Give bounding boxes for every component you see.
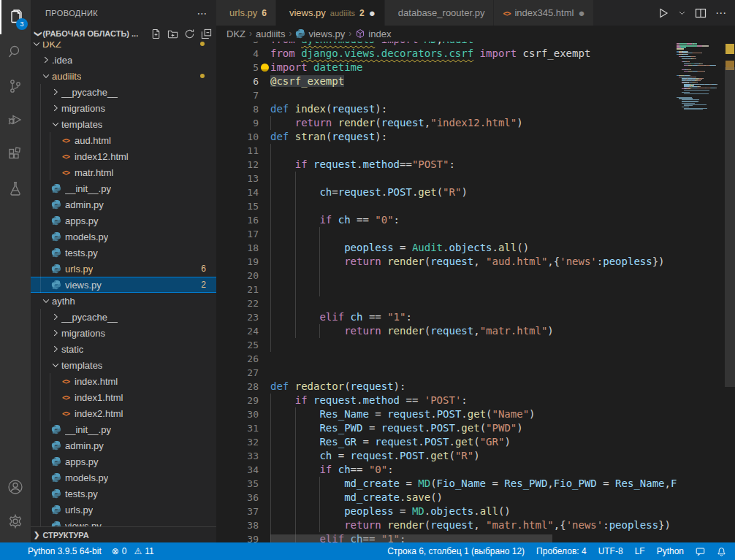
tree-file--init-py[interactable]: __init__.py xyxy=(31,421,216,437)
tree-file-index1-html[interactable]: <>index1.html xyxy=(31,389,216,405)
tree-file-urls-py[interactable]: urls.py6 xyxy=(31,261,216,277)
run-python-file-icon[interactable] xyxy=(658,7,669,19)
new-file-icon[interactable] xyxy=(151,28,161,39)
breadcrumb-item-audiiits[interactable]: audiiits xyxy=(256,28,285,39)
code-line[interactable]: 32 Res_GR = request.POST.get("GR") xyxy=(216,435,677,449)
problems-status[interactable]: ⊗ 0 ⚠ 11 xyxy=(112,546,154,556)
breadcrumb-item-DKZ[interactable]: DKZ xyxy=(226,28,245,39)
code-line[interactable]: 37 peopless = MD.objects.all() xyxy=(216,505,677,518)
code-line[interactable]: 35 md_create = MD(Fio_Name = Res_PWD,Fio… xyxy=(216,477,677,491)
code-line[interactable]: 3from aythh.models import MD,Audit xyxy=(216,42,677,47)
encoding-status[interactable]: UTF-8 xyxy=(598,546,623,556)
tree-folder-audiiits[interactable]: audiiits xyxy=(31,68,216,84)
code-line[interactable]: 21 xyxy=(216,283,677,296)
code-line[interactable]: 4from django.views.decorators.csrf impor… xyxy=(216,47,677,61)
split-editor-icon[interactable] xyxy=(695,7,707,19)
code-line[interactable]: 28def redactor(request): xyxy=(216,380,677,394)
breadcrumb-item-index[interactable]: index xyxy=(355,28,391,39)
vertical-scrollbar-slider[interactable] xyxy=(725,67,735,387)
language-mode-status[interactable]: Python xyxy=(657,546,684,556)
code-line[interactable]: 36 md_create.save() xyxy=(216,491,677,505)
code-line[interactable]: 29 if request.method == 'POST': xyxy=(216,394,677,407)
account-icon[interactable] xyxy=(0,469,31,504)
code-line[interactable]: 33 ch = request.POST.get("R") xyxy=(216,449,677,463)
tree-file-tests-py[interactable]: tests.py xyxy=(31,245,216,261)
run-debug-icon[interactable] xyxy=(0,103,31,137)
refresh-icon[interactable] xyxy=(184,28,195,39)
code-line[interactable]: 10def stran(request): xyxy=(216,130,677,144)
code-line[interactable]: 27 xyxy=(216,366,677,380)
tree-file-matr-html[interactable]: <>matr.html xyxy=(31,164,216,180)
tree-file-index12-html[interactable]: <>index12.html xyxy=(31,148,216,164)
explorer-more-icon[interactable]: ⋯ xyxy=(197,7,207,19)
tree-folder-migrations[interactable]: migrations xyxy=(31,100,216,116)
code-line[interactable]: 31 Res_PWD = request.POST.get("PWD") xyxy=(216,421,677,435)
editor-more-icon[interactable]: ⋯ xyxy=(715,7,726,20)
code-line[interactable]: 30 Res_Name = request.POST.get("Name") xyxy=(216,407,677,421)
tree-file-admin-py[interactable]: admin.py xyxy=(31,196,216,212)
code-line[interactable]: 26 xyxy=(216,352,677,366)
code-line[interactable]: 19 return render(request, "aud.html",{'n… xyxy=(216,255,677,269)
tab-views-py[interactable]: views.pyaudiiits2● xyxy=(276,0,385,26)
vertical-scrollbar[interactable] xyxy=(725,42,735,542)
explorer-icon[interactable]: 3 xyxy=(0,0,31,34)
horizontal-scrollbar-slider[interactable] xyxy=(270,534,552,542)
tree-folder--idea[interactable]: .idea xyxy=(31,52,216,68)
tree-file-admin-py[interactable]: admin.py xyxy=(31,437,216,453)
extensions-icon[interactable] xyxy=(0,137,31,172)
code-line[interactable]: 9 return render(request,"index12.html") xyxy=(216,116,677,130)
tree-file-tests-py[interactable]: tests.py xyxy=(31,486,216,502)
cursor-position-status[interactable]: Строка 6, столбец 1 (выбрано 12) xyxy=(387,546,525,556)
code-line[interactable]: 17 xyxy=(216,227,677,241)
modified-dot-icon[interactable]: ● xyxy=(369,7,376,18)
lightbulb-icon[interactable] xyxy=(261,64,269,72)
run-dropdown-chevron-icon[interactable] xyxy=(678,9,686,17)
tree-folder-migrations[interactable]: migrations xyxy=(31,325,216,341)
code-line[interactable]: 22 xyxy=(216,296,677,310)
tree-folder--pycache-[interactable]: __pycache__ xyxy=(31,309,216,325)
code-line[interactable]: 23 elif ch == "1": xyxy=(216,310,677,324)
code-line[interactable]: 14 ch=request.POST.get("R") xyxy=(216,185,677,199)
tree-file-urls-py[interactable]: urls.py xyxy=(31,502,216,518)
tree-folder--pycache-[interactable]: __pycache__ xyxy=(31,84,216,100)
feedback-icon[interactable] xyxy=(696,547,705,556)
tree-file-views-py[interactable]: views.py2 xyxy=(31,277,216,293)
tree-file-index-html[interactable]: <>index.html xyxy=(31,373,216,389)
tree-file-apps-py[interactable]: apps.py xyxy=(31,212,216,229)
breadcrumb-item-views-py[interactable]: views.py xyxy=(295,28,345,39)
code-line[interactable]: 15 xyxy=(216,199,677,213)
workspace-section-header[interactable]: ❯ (РАБОЧАЯ ОБЛАСТЬ) ... xyxy=(31,26,216,42)
modified-dot-icon[interactable]: ● xyxy=(578,7,584,18)
code-line[interactable]: 24 return render(request,"matr.html") xyxy=(216,324,677,338)
code-line[interactable]: 12 if request.method=="POST": xyxy=(216,158,677,172)
code-editor[interactable]: 3from aythh.models import MD,Audit4from … xyxy=(216,42,735,542)
tree-file-index2-html[interactable]: <>index2.html xyxy=(31,405,216,421)
tree-file-aud-html[interactable]: <>aud.html xyxy=(31,132,216,148)
code-line[interactable]: 5import datetime xyxy=(216,61,677,74)
tree-file-views-py[interactable]: views.py xyxy=(31,518,216,526)
collapse-all-icon[interactable] xyxy=(201,28,212,39)
code-line[interactable]: 18 peopless = Audit.objects.all() xyxy=(216,241,677,255)
code-line[interactable]: 8def index(request): xyxy=(216,102,677,116)
code-line[interactable]: 34 if ch== "0": xyxy=(216,463,677,477)
python-interpreter-status[interactable]: Python 3.9.5 64-bit xyxy=(28,546,102,556)
search-icon[interactable] xyxy=(0,34,31,69)
code-line[interactable]: 7 xyxy=(216,88,677,102)
outline-section-header[interactable]: ❯ СТРУКТУРА xyxy=(31,526,216,542)
indentation-status[interactable]: Пробелов: 4 xyxy=(536,546,587,556)
notifications-bell-icon[interactable] xyxy=(717,547,726,556)
testing-icon[interactable] xyxy=(0,172,31,206)
code-line[interactable]: 13 xyxy=(216,172,677,185)
code-line[interactable]: 11 xyxy=(216,144,677,158)
tab-database-roouter-py[interactable]: database_roouter.py xyxy=(385,0,495,26)
settings-gear-icon[interactable] xyxy=(0,504,31,538)
tab-index345-html[interactable]: <>index345.html● xyxy=(494,0,594,26)
code-line[interactable]: 38 return render(request, "matr.html",{'… xyxy=(216,518,677,532)
code-line[interactable]: 20 xyxy=(216,269,677,283)
tree-folder-templates[interactable]: templates xyxy=(31,116,216,132)
source-control-icon[interactable] xyxy=(0,69,31,103)
code-line[interactable]: 6@csrf_exempt xyxy=(216,74,677,88)
tab-urls-py[interactable]: urls.py6 xyxy=(216,0,276,26)
tree-folder-aythh[interactable]: aythh xyxy=(31,293,216,309)
tree-file--init-py[interactable]: __init__.py xyxy=(31,180,216,196)
